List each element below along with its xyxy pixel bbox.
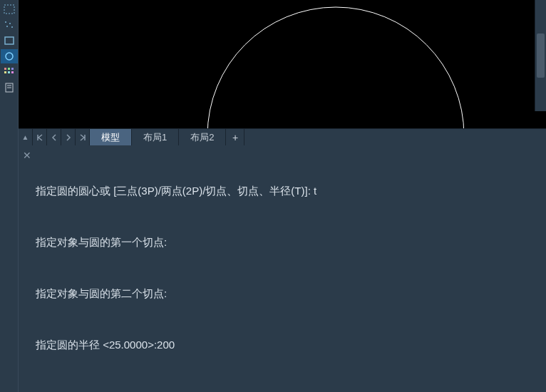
scrollbar-thumb[interactable] (537, 33, 545, 78)
tool-circle-select-icon[interactable] (1, 49, 18, 63)
tabs-next-icon[interactable] (61, 129, 76, 145)
command-line: 指定圆的半径 <25.0000>:200 (36, 336, 542, 354)
tabs-last-icon[interactable] (76, 129, 90, 145)
svg-rect-11 (8, 71, 10, 73)
vertical-scrollbar[interactable] (535, 0, 546, 111)
tool-dotted-box-icon[interactable] (1, 2, 18, 16)
tab-label: 模型 (101, 131, 120, 144)
app-root: ▲ 模型 布局1 布局2 + ✕ (0, 0, 546, 392)
tab-bar: ▲ 模型 布局1 布局2 + (19, 128, 546, 145)
svg-point-2 (9, 23, 11, 24)
left-toolbar (0, 0, 19, 392)
tab-model[interactable]: 模型 (90, 129, 132, 145)
close-icon[interactable]: ✕ (21, 150, 33, 161)
tabs-first-icon[interactable] (33, 129, 47, 145)
tab-layout1[interactable]: 布局1 (132, 129, 179, 145)
tool-grid-dots-icon[interactable] (1, 65, 18, 79)
svg-rect-12 (11, 71, 14, 73)
main-area: ▲ 模型 布局1 布局2 + ✕ (19, 0, 546, 392)
tabs-prev-icon[interactable] (47, 129, 61, 145)
tab-layout2[interactable]: 布局2 (179, 129, 226, 145)
svg-rect-8 (8, 68, 10, 70)
tab-label: 布局2 (190, 131, 214, 144)
svg-point-3 (6, 26, 8, 27)
tabs-menu-up-icon[interactable]: ▲ (19, 129, 33, 145)
drawing-canvas[interactable] (19, 0, 546, 128)
command-line: 指定对象与圆的第一个切点: (36, 234, 542, 251)
tab-label: 布局1 (143, 131, 167, 144)
command-line: 指定圆的圆心或 [三点(3P)/两点(2P)/切点、切点、半径(T)]: t (36, 182, 542, 200)
svg-rect-7 (4, 68, 6, 70)
svg-point-4 (11, 26, 13, 28)
svg-rect-10 (4, 71, 6, 73)
tool-document-icon[interactable] (1, 81, 18, 95)
command-line: 指定对象与圆的第二个切点: (36, 285, 542, 302)
tab-add-button[interactable]: + (226, 129, 244, 145)
svg-point-6 (6, 53, 13, 60)
svg-point-1 (5, 21, 6, 23)
command-panel: ✕ 指定圆的圆心或 [三点(3P)/两点(2P)/切点、切点、半径(T)]: t… (19, 145, 546, 392)
tool-rectangle-icon[interactable] (1, 33, 18, 48)
drawing-svg (19, 0, 546, 128)
shape-big-circle[interactable] (207, 7, 464, 128)
tool-scatter-dots-icon[interactable] (1, 18, 18, 32)
svg-rect-9 (11, 68, 14, 70)
command-history[interactable]: 指定圆的圆心或 [三点(3P)/两点(2P)/切点、切点、半径(T)]: t 指… (36, 148, 542, 388)
svg-rect-5 (5, 37, 14, 44)
svg-rect-0 (4, 5, 14, 14)
